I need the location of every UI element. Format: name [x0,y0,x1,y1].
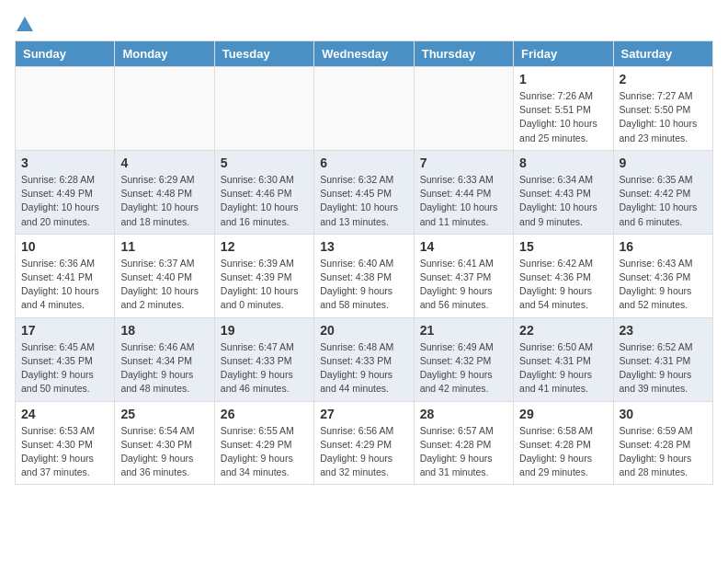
calendar-day: 16Sunrise: 6:43 AM Sunset: 4:36 PM Dayli… [613,234,712,317]
day-info: Sunrise: 6:53 AM Sunset: 4:30 PM Dayligh… [21,424,108,480]
day-number: 5 [221,155,308,170]
day-number: 2 [620,72,707,86]
calendar-day: 13Sunrise: 6:40 AM Sunset: 4:38 PM Dayli… [314,234,414,317]
day-number: 22 [519,323,607,338]
day-number: 12 [221,239,308,254]
day-number: 20 [320,323,407,338]
day-info: Sunrise: 6:30 AM Sunset: 4:46 PM Dayligh… [221,173,308,229]
day-info: Sunrise: 6:57 AM Sunset: 4:28 PM Dayligh… [420,424,507,480]
day-info: Sunrise: 6:54 AM Sunset: 4:30 PM Dayligh… [120,424,208,480]
day-info: Sunrise: 6:34 AM Sunset: 4:43 PM Dayligh… [519,173,607,229]
day-number: 26 [221,407,308,421]
day-info: Sunrise: 6:46 AM Sunset: 4:34 PM Dayligh… [120,340,208,396]
day-header-monday: Monday [115,41,214,67]
calendar-day: 9Sunrise: 6:35 AM Sunset: 4:42 PM Daylig… [613,150,712,234]
day-number: 9 [620,155,707,170]
day-info: Sunrise: 6:32 AM Sunset: 4:45 PM Dayligh… [320,173,407,229]
calendar-day: 10Sunrise: 6:36 AM Sunset: 4:41 PM Dayli… [16,234,115,317]
day-number: 16 [620,239,707,254]
calendar-day: 18Sunrise: 6:46 AM Sunset: 4:34 PM Dayli… [115,317,214,401]
day-info: Sunrise: 6:36 AM Sunset: 4:41 PM Dayligh… [21,257,108,313]
calendar-day: 2Sunrise: 7:27 AM Sunset: 5:50 PM Daylig… [613,67,712,151]
day-header-thursday: Thursday [414,41,513,67]
calendar-day: 3Sunrise: 6:28 AM Sunset: 4:49 PM Daylig… [16,150,115,234]
calendar-day: 21Sunrise: 6:49 AM Sunset: 4:32 PM Dayli… [414,317,513,401]
calendar-day: 7Sunrise: 6:33 AM Sunset: 4:44 PM Daylig… [414,150,513,234]
calendar-day: 20Sunrise: 6:48 AM Sunset: 4:33 PM Dayli… [314,317,414,401]
calendar-day [214,67,313,151]
day-number: 19 [221,323,308,338]
calendar-week-row: 3Sunrise: 6:28 AM Sunset: 4:49 PM Daylig… [16,150,713,234]
day-info: Sunrise: 6:52 AM Sunset: 4:31 PM Dayligh… [620,340,707,396]
day-info: Sunrise: 6:49 AM Sunset: 4:32 PM Dayligh… [420,340,507,396]
calendar-day: 4Sunrise: 6:29 AM Sunset: 4:48 PM Daylig… [115,150,214,234]
day-header-friday: Friday [514,41,613,67]
calendar-day: 14Sunrise: 6:41 AM Sunset: 4:37 PM Dayli… [414,234,513,317]
day-info: Sunrise: 6:56 AM Sunset: 4:29 PM Dayligh… [320,424,407,480]
day-number: 6 [320,155,407,170]
calendar-day: 6Sunrise: 6:32 AM Sunset: 4:45 PM Daylig… [314,150,414,234]
day-number: 13 [320,239,407,254]
day-number: 7 [420,155,507,170]
calendar-day: 1Sunrise: 7:26 AM Sunset: 5:51 PM Daylig… [514,67,613,151]
calendar-day: 19Sunrise: 6:47 AM Sunset: 4:33 PM Dayli… [214,317,313,401]
calendar-week-row: 1Sunrise: 7:26 AM Sunset: 5:51 PM Daylig… [16,67,713,151]
day-header-saturday: Saturday [613,41,712,67]
calendar-day [16,67,115,151]
calendar-day: 12Sunrise: 6:39 AM Sunset: 4:39 PM Dayli… [214,234,313,317]
day-number: 8 [519,155,607,170]
calendar-table: SundayMondayTuesdayWednesdayThursdayFrid… [15,40,713,485]
day-info: Sunrise: 6:50 AM Sunset: 4:31 PM Dayligh… [519,340,607,396]
page-header [15,15,713,31]
calendar-day [314,67,414,151]
day-info: Sunrise: 7:26 AM Sunset: 5:51 PM Dayligh… [519,89,607,145]
day-number: 4 [120,155,208,170]
calendar-day: 28Sunrise: 6:57 AM Sunset: 4:28 PM Dayli… [414,401,513,485]
calendar-day: 22Sunrise: 6:50 AM Sunset: 4:31 PM Dayli… [514,317,613,401]
page-container: SundayMondayTuesdayWednesdayThursdayFrid… [0,0,728,500]
calendar-week-row: 24Sunrise: 6:53 AM Sunset: 4:30 PM Dayli… [16,401,713,485]
calendar-day: 23Sunrise: 6:52 AM Sunset: 4:31 PM Dayli… [613,317,712,401]
day-info: Sunrise: 6:33 AM Sunset: 4:44 PM Dayligh… [420,173,507,229]
day-info: Sunrise: 6:28 AM Sunset: 4:49 PM Dayligh… [21,173,108,229]
calendar-week-row: 10Sunrise: 6:36 AM Sunset: 4:41 PM Dayli… [16,234,713,317]
day-number: 18 [120,323,208,338]
day-number: 25 [120,407,208,421]
calendar-header-row: SundayMondayTuesdayWednesdayThursdayFrid… [16,41,713,67]
calendar-day: 15Sunrise: 6:42 AM Sunset: 4:36 PM Dayli… [514,234,613,317]
day-number: 3 [21,155,108,170]
day-info: Sunrise: 6:58 AM Sunset: 4:28 PM Dayligh… [519,424,607,480]
calendar-day [414,67,513,151]
calendar-day: 11Sunrise: 6:37 AM Sunset: 4:40 PM Dayli… [115,234,214,317]
day-info: Sunrise: 6:40 AM Sunset: 4:38 PM Dayligh… [320,257,407,313]
calendar-day: 17Sunrise: 6:45 AM Sunset: 4:35 PM Dayli… [16,317,115,401]
day-number: 23 [620,323,707,338]
calendar-day: 24Sunrise: 6:53 AM Sunset: 4:30 PM Dayli… [16,401,115,485]
calendar-day: 30Sunrise: 6:59 AM Sunset: 4:28 PM Dayli… [613,401,712,485]
day-header-wednesday: Wednesday [314,41,414,67]
calendar-day: 26Sunrise: 6:55 AM Sunset: 4:29 PM Dayli… [214,401,313,485]
calendar-day [115,67,214,151]
day-info: Sunrise: 6:39 AM Sunset: 4:39 PM Dayligh… [221,257,308,313]
day-number: 15 [519,239,607,254]
logo [15,15,35,31]
svg-marker-0 [17,17,33,31]
day-number: 29 [519,407,607,421]
day-number: 11 [120,239,208,254]
day-info: Sunrise: 6:37 AM Sunset: 4:40 PM Dayligh… [120,257,208,313]
day-info: Sunrise: 6:42 AM Sunset: 4:36 PM Dayligh… [519,257,607,313]
day-number: 27 [320,407,407,421]
day-info: Sunrise: 7:27 AM Sunset: 5:50 PM Dayligh… [620,89,707,145]
day-info: Sunrise: 6:59 AM Sunset: 4:28 PM Dayligh… [620,424,707,480]
day-info: Sunrise: 6:35 AM Sunset: 4:42 PM Dayligh… [620,173,707,229]
logo-text [15,15,35,35]
day-info: Sunrise: 6:41 AM Sunset: 4:37 PM Dayligh… [420,257,507,313]
calendar-day: 29Sunrise: 6:58 AM Sunset: 4:28 PM Dayli… [514,401,613,485]
day-info: Sunrise: 6:29 AM Sunset: 4:48 PM Dayligh… [120,173,208,229]
calendar-day: 27Sunrise: 6:56 AM Sunset: 4:29 PM Dayli… [314,401,414,485]
day-number: 14 [420,239,507,254]
day-number: 1 [519,72,607,86]
day-info: Sunrise: 6:43 AM Sunset: 4:36 PM Dayligh… [620,257,707,313]
day-number: 10 [21,239,108,254]
calendar-day: 8Sunrise: 6:34 AM Sunset: 4:43 PM Daylig… [514,150,613,234]
